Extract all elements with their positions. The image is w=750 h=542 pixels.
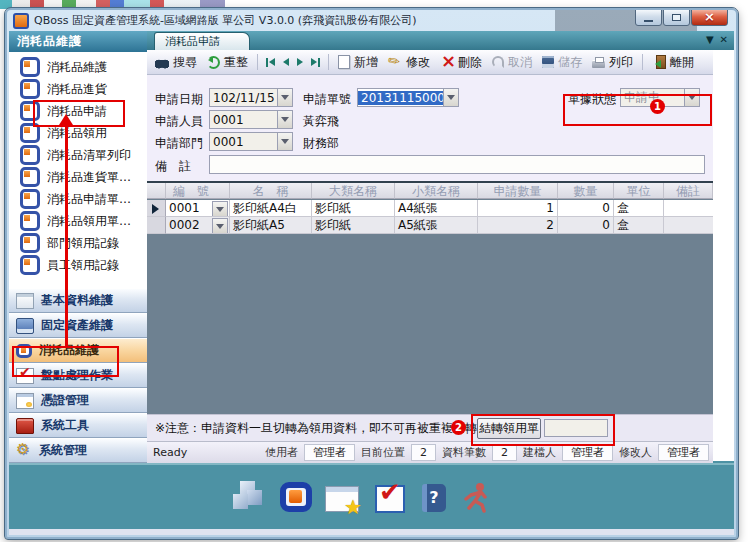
sidebar-item-consumable-maintain[interactable]: 消耗品維護 <box>9 56 147 78</box>
cell-qty[interactable]: 0 <box>558 200 614 217</box>
cell-apply-qty[interactable]: 1 <box>478 200 558 217</box>
consumable-icon[interactable] <box>280 482 312 512</box>
apply-no-combo[interactable]: 201311150001 <box>357 88 459 107</box>
table-row[interactable]: 0001 影印紙A4白 影印紙 A4紙張 1 0 盒 <box>147 200 713 217</box>
transfer-to-requisition-button[interactable]: 結轉領用單 <box>477 418 541 439</box>
sidebar-item-purchase-form[interactable]: 消耗品進貨單… <box>9 166 147 188</box>
window-star-icon[interactable] <box>325 486 359 512</box>
search-button[interactable]: 搜尋 <box>151 53 201 72</box>
col-header-qty[interactable]: 數量 <box>558 183 614 199</box>
exit-runner-icon[interactable] <box>459 480 495 514</box>
cell-major[interactable]: 影印紙 <box>312 200 395 217</box>
nav-section-label: 憑證管理 <box>41 392 89 409</box>
col-header-minor[interactable]: 小類名稱 <box>395 183 478 199</box>
sidebar-item-consumable-list-print[interactable]: 消耗品清單列印 <box>9 144 147 166</box>
row-selector[interactable] <box>147 217 166 234</box>
save-button[interactable]: 儲存 <box>538 53 586 72</box>
table-row[interactable]: 0002 影印紙A5 影印紙 A5紙張 2 0 盒 <box>147 217 713 234</box>
cell-unit[interactable]: 盒 <box>614 200 664 217</box>
apply-form: 申請日期 102/11/15 申請單號 201311150001 單據狀態 申請… <box>147 75 713 181</box>
cell-code[interactable]: 0001 <box>166 200 230 217</box>
window-check-icon[interactable] <box>375 485 405 513</box>
sidebar-item-dept-records[interactable]: 部門領用記錄 <box>9 232 147 254</box>
col-header-unit[interactable]: 單位 <box>614 183 664 199</box>
button-label: 取消 <box>508 54 532 71</box>
cell-remark[interactable] <box>664 200 713 217</box>
transfer-no-input[interactable] <box>544 419 608 437</box>
apply-dept-code: 0001 <box>210 135 277 149</box>
col-header-code[interactable]: 編 號 <box>166 183 230 199</box>
cell-minor[interactable]: A4紙張 <box>395 200 478 217</box>
cell-code[interactable]: 0002 <box>166 217 230 234</box>
exit-door-icon <box>656 55 666 69</box>
cancel-button[interactable]: 取消 <box>488 53 536 72</box>
chevron-down-icon[interactable] <box>212 218 228 234</box>
print-button[interactable]: 列印 <box>588 53 637 72</box>
delete-button[interactable]: 刪除 <box>436 53 486 72</box>
nav-section-system-tools[interactable]: 系統工具 <box>9 413 147 438</box>
cell-major[interactable]: 影印紙 <box>312 217 395 234</box>
last-record-button[interactable] <box>308 58 323 67</box>
col-header-remark[interactable]: 備註 <box>664 183 713 199</box>
binoculars-icon <box>155 56 169 69</box>
chevron-down-icon[interactable] <box>684 89 699 106</box>
note-row: ※注意：申請資料一旦切轉為領用資料，即不可再被重複切轉。 結轉領用單 <box>147 414 713 441</box>
apply-date-label: 申請日期 <box>155 91 203 108</box>
exit-button[interactable]: 離開 <box>648 53 698 72</box>
help-book-icon[interactable]: ? <box>422 484 446 512</box>
prev-record-button[interactable] <box>280 58 292 66</box>
sidebar-item-consumable-apply[interactable]: 消耗品申請 <box>9 100 147 122</box>
first-record-button[interactable] <box>263 58 278 67</box>
apply-date-combo[interactable]: 102/11/15 <box>209 88 293 107</box>
restore-button[interactable] <box>663 10 690 26</box>
sidebar-item-apply-form[interactable]: 消耗品申請單… <box>9 188 147 210</box>
toolbar-separator <box>328 54 329 70</box>
chevron-down-icon[interactable] <box>277 111 292 128</box>
nav-section-basic-data[interactable]: 基本資料維護 <box>9 288 147 313</box>
chevron-down-icon[interactable] <box>443 89 458 106</box>
chevron-down-icon[interactable] <box>212 201 228 217</box>
cell-minor[interactable]: A5紙張 <box>395 217 478 234</box>
refresh-button[interactable]: 重整 <box>203 53 252 72</box>
sidebar-item-consumable-requisition[interactable]: 消耗品領用 <box>9 122 147 144</box>
nav-section-label: 消耗品維護 <box>39 342 99 359</box>
sidebar-item-label: 部門領用記錄 <box>47 235 119 252</box>
cell-remark[interactable] <box>664 217 713 234</box>
pin-icon[interactable]: ▼ <box>706 34 714 45</box>
chevron-down-icon[interactable] <box>277 133 292 150</box>
add-button[interactable]: 新增 <box>334 53 382 72</box>
close-button[interactable] <box>691 10 728 26</box>
window-titlebar[interactable]: QBoss 固定資產管理系統-區域網路版 單公司 V3.0.0 (弈飛資訊股份有… <box>7 10 736 31</box>
tab-close-icon[interactable]: ✕ <box>720 34 728 45</box>
cell-qty[interactable]: 0 <box>558 217 614 234</box>
tab-consumable-apply[interactable]: 消耗品申請 <box>154 32 250 50</box>
button-label: 新增 <box>354 54 378 71</box>
gear-icon <box>16 444 32 458</box>
next-record-button[interactable] <box>294 58 306 66</box>
col-header-major[interactable]: 大類名稱 <box>312 183 395 199</box>
sidebar-item-consumable-purchase[interactable]: 消耗品進貨 <box>9 78 147 100</box>
apply-person-combo[interactable]: 0001 <box>209 110 293 129</box>
sidebar-item-requisition-form[interactable]: 消耗品領用單… <box>9 210 147 232</box>
sidebar-item-employee-records[interactable]: 員工領用記錄 <box>9 254 147 276</box>
apply-dept-combo[interactable]: 0001 <box>209 132 293 151</box>
cell-apply-qty[interactable]: 2 <box>478 217 558 234</box>
row-selector[interactable] <box>147 200 166 217</box>
nav-section-system-admin[interactable]: 系統管理 <box>9 438 147 463</box>
col-header-apply-qty[interactable]: 申請數量 <box>478 183 558 199</box>
modify-button[interactable]: 修改 <box>384 53 434 72</box>
remark-input[interactable] <box>209 155 705 174</box>
toolbar-separator <box>642 54 643 70</box>
nav-section-voucher[interactable]: 憑證管理 <box>9 388 147 413</box>
cell-name[interactable]: 影印紙A4白 <box>230 200 312 217</box>
chevron-down-icon[interactable] <box>277 89 292 106</box>
nav-section-consumables[interactable]: 消耗品維護 <box>9 338 147 363</box>
col-header-name[interactable]: 名 稱 <box>230 183 312 199</box>
minimize-button[interactable] <box>635 10 662 26</box>
cell-name[interactable]: 影印紙A5 <box>230 217 312 234</box>
cubes-icon[interactable] <box>231 480 267 514</box>
nav-section-stocktake[interactable]: 盤點處理作業 <box>9 363 147 388</box>
current-row-arrow-icon <box>152 204 159 214</box>
cell-unit[interactable]: 盒 <box>614 217 664 234</box>
nav-section-fixed-assets[interactable]: 固定資產維護 <box>9 313 147 338</box>
